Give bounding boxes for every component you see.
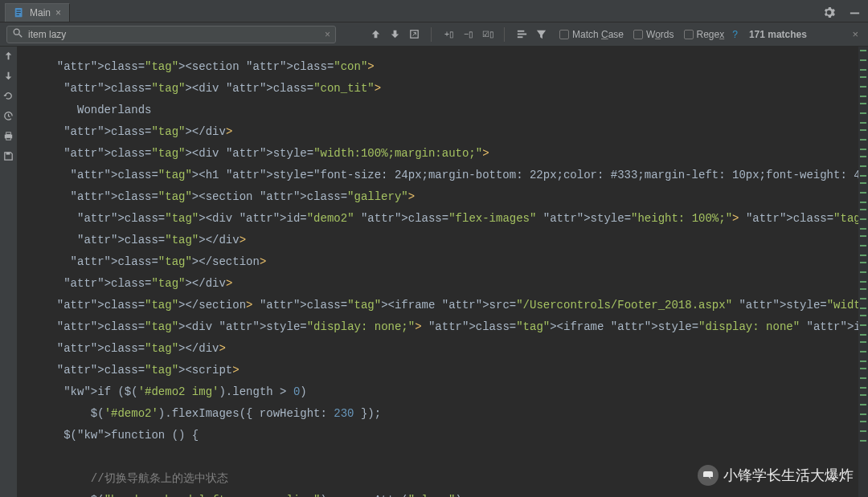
filter-icon[interactable] <box>532 26 550 43</box>
svg-line-6 <box>19 35 23 38</box>
save-icon[interactable] <box>2 150 14 165</box>
watermark-text: 小锋学长生活大爆炸 <box>723 466 854 485</box>
match-count: 171 matches <box>749 29 807 40</box>
findbar-close-icon[interactable]: × <box>852 28 862 40</box>
svg-rect-13 <box>517 36 522 38</box>
open-in-tool-icon[interactable] <box>405 26 423 43</box>
tab-main[interactable]: Main × <box>5 3 70 22</box>
svg-rect-1 <box>17 10 21 11</box>
svg-rect-15 <box>6 132 11 135</box>
watermark: 小锋学长生活大爆炸 <box>698 465 854 486</box>
arrow-up-icon[interactable] <box>2 50 14 65</box>
search-input-box[interactable]: × <box>6 26 336 43</box>
gear-icon[interactable] <box>820 3 837 21</box>
svg-text:+▯: +▯ <box>444 30 453 39</box>
regex-checkbox[interactable]: Regex <box>684 29 725 40</box>
select-all-icon[interactable]: ☑▯ <box>478 26 496 43</box>
svg-rect-3 <box>17 14 20 15</box>
svg-rect-12 <box>517 34 526 35</box>
remove-selection-icon[interactable]: −▯ <box>459 26 477 43</box>
print-icon[interactable] <box>2 130 14 145</box>
file-icon <box>14 7 25 18</box>
tab-bar: Main × <box>0 0 868 22</box>
svg-rect-17 <box>6 153 10 155</box>
svg-point-5 <box>14 29 19 35</box>
words-checkbox[interactable]: Words <box>633 29 674 40</box>
svg-rect-16 <box>6 137 11 140</box>
history-icon[interactable] <box>2 110 14 125</box>
svg-text:−▯: −▯ <box>463 30 473 39</box>
svg-text:☑▯: ☑▯ <box>481 30 493 39</box>
prev-match-icon[interactable] <box>366 26 384 43</box>
add-selection-icon[interactable]: +▯ <box>440 26 457 43</box>
editor-left-toolbar <box>0 47 18 497</box>
wechat-icon <box>698 465 719 486</box>
arrow-down-icon[interactable] <box>2 70 14 85</box>
tab-close-icon[interactable]: × <box>55 7 61 18</box>
svg-rect-2 <box>17 12 21 13</box>
search-icon <box>12 27 23 41</box>
help-icon[interactable]: ? <box>732 29 738 40</box>
marker-stripe[interactable] <box>858 47 868 497</box>
code-editor[interactable]: "attr">class="tag"><section "attr">class… <box>18 47 868 497</box>
clear-icon[interactable]: × <box>325 29 330 40</box>
structural-icon[interactable] <box>513 26 530 43</box>
match-case-checkbox[interactable]: Match Case <box>559 29 624 40</box>
svg-rect-4 <box>850 12 858 14</box>
search-input[interactable] <box>28 29 315 40</box>
next-match-icon[interactable] <box>386 26 403 43</box>
refresh-icon[interactable] <box>2 90 14 105</box>
svg-rect-11 <box>517 31 523 32</box>
minimize-icon[interactable] <box>845 3 863 21</box>
tab-title: Main <box>30 7 51 18</box>
find-bar: × +▯ −▯ ☑▯ Match Case Words <box>0 22 868 47</box>
